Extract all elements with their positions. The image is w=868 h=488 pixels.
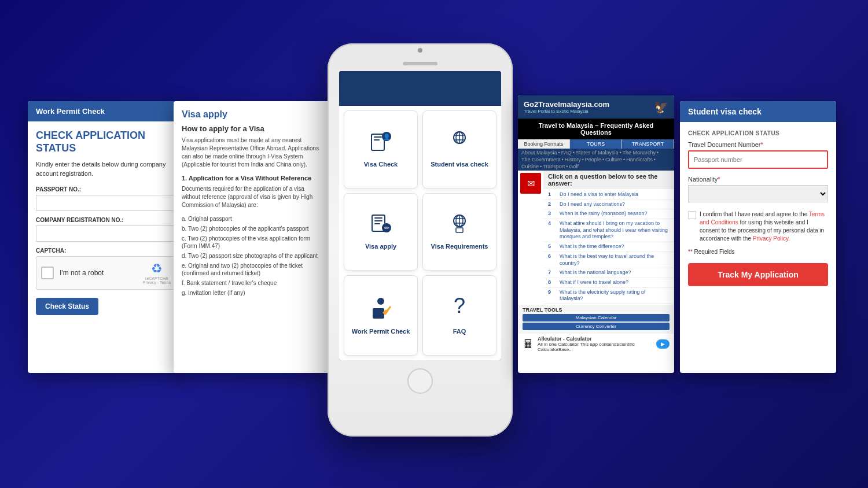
svg-rect-23 — [373, 308, 384, 319]
nav-faq[interactable]: FAQ — [561, 150, 572, 156]
nav-sep11: • — [566, 164, 568, 169]
doc-number-input[interactable] — [688, 150, 828, 169]
visa-apply-label: Visa apply — [365, 243, 396, 250]
nationality-label-text: Nationality — [688, 176, 718, 183]
work-permit-panel: Work Permit Check CHECK APPLICATION STAT… — [28, 101, 184, 373]
visa-apply-icon: ✏ — [369, 213, 392, 238]
nav-govt[interactable]: The Government — [521, 157, 561, 162]
nav-cuisine[interactable]: Cuisine — [521, 164, 539, 169]
passport-input[interactable] — [36, 195, 176, 211]
recaptcha-text: I'm not a robot — [60, 269, 143, 277]
phone-card-faq[interactable]: ? FAQ — [422, 275, 496, 356]
terms-checkbox[interactable] — [688, 211, 696, 219]
svg-rect-11 — [374, 217, 382, 219]
nav-states[interactable]: States of Malaysia — [576, 150, 619, 156]
track-application-button[interactable]: Track My Application — [688, 263, 828, 286]
nav-about[interactable]: About Malaysia — [521, 150, 557, 156]
nav-monarchy[interactable]: The Monarchy — [623, 150, 656, 156]
nav-sep3: • — [619, 150, 621, 156]
req-item-d: d. Two (2) passport size photographs of … — [182, 252, 322, 260]
company-label: COMPANY REGISTRATION NO.: — [36, 217, 176, 223]
nav-history[interactable]: History — [565, 157, 581, 162]
svg-rect-2 — [374, 139, 380, 141]
phone-card-student-visa[interactable]: Student visa check — [422, 110, 496, 188]
nav-sep6: • — [582, 157, 584, 162]
student-visa-panel: Student visa check CHECK APPLICATION STA… — [680, 101, 836, 373]
phone-card-work-permit[interactable]: Work Permit Check — [344, 275, 418, 356]
terms-text: I confirm that I have read and agree to … — [700, 210, 828, 243]
faq-item-5[interactable]: 5What is the time difference? — [543, 242, 674, 252]
nationality-select[interactable] — [688, 185, 828, 202]
required-note-text: * Required Fields — [690, 249, 735, 255]
visa-check-label: Visa Check — [364, 161, 398, 168]
work-permit-title: CHECK APPLICATION STATUS — [36, 130, 176, 154]
tool-currency[interactable]: Currency Converter — [523, 323, 670, 330]
phone-speaker — [403, 62, 437, 65]
check-status-button[interactable]: Check Status — [36, 298, 98, 315]
nav-sep2: • — [573, 150, 575, 156]
student-visa-header: Student visa check — [680, 101, 836, 122]
nav-people[interactable]: People — [585, 157, 601, 162]
faq-item-10[interactable]: 10What are the medical services availabl… — [543, 304, 674, 305]
privacy-link[interactable]: Privacy Policy. — [753, 235, 790, 242]
ad-subtext: All in one Calculator This app containsS… — [538, 342, 653, 352]
visa-apply-title: Visa apply — [182, 109, 227, 119]
faq-item-2[interactable]: 2Do I need any vaccinations? — [543, 200, 674, 210]
sv-section-title: CHECK APPLICATION STATUS — [688, 130, 828, 136]
nav-sep7: • — [602, 157, 604, 162]
student-visa-label: Student visa check — [431, 161, 488, 168]
go2malaysia-nav-bar: About Malaysia • FAQ • States of Malaysi… — [518, 149, 674, 171]
nav-golf[interactable]: Golf — [569, 164, 579, 169]
doc-number-label: Travel Document Number* — [688, 141, 828, 148]
req-item-e: e. Original and two (2) photocopies of t… — [182, 262, 322, 277]
calculator-icon: 🖩 — [523, 338, 534, 351]
recaptcha-brand: reCAPTCHA — [143, 276, 171, 280]
faq-item-6[interactable]: 6What is the best way to travel around t… — [543, 252, 674, 268]
faq-item-7[interactable]: 7What is the national language? — [543, 268, 674, 278]
go2malaysia-content: ✉ Click on a question below to see the a… — [518, 171, 674, 373]
work-permit-label: Work Permit Check — [352, 328, 410, 335]
recaptcha-checkbox[interactable] — [41, 267, 54, 279]
nav-transport2[interactable]: Transport — [543, 164, 565, 169]
requirements-list: a. Original passport b. Two (2) photocop… — [182, 215, 322, 297]
go2malaysia-bird-icon: 🦅 — [654, 100, 668, 114]
recaptcha-privacy: Privacy - Terms — [143, 280, 171, 284]
req-item-f: f. Bank statement / traveller's cheque — [182, 279, 322, 287]
phone-card-visa-req[interactable]: Visa Requirements — [422, 193, 496, 271]
go2malaysia-logo-sub: Travel Portal to Exotic Malaysia — [524, 109, 609, 114]
faq-item-4[interactable]: 4What attire should I bring on my vacati… — [543, 219, 674, 242]
tool-calendar[interactable]: Malaysian Calendar — [523, 314, 670, 321]
faq-item-8[interactable]: 8What if I were to travel alone? — [543, 278, 674, 288]
nav-transport[interactable]: TRANSPORT — [622, 139, 674, 149]
doc-number-label-text: Travel Document Number — [688, 141, 761, 148]
student-visa-icon — [448, 131, 471, 156]
faq-item-9[interactable]: 9What is the electricity supply rating o… — [543, 288, 674, 304]
nav-booking[interactable]: Booking Formats — [518, 139, 570, 149]
nav-tours[interactable]: TOURS — [570, 139, 622, 149]
student-visa-header-title: Student visa check — [688, 107, 762, 116]
faq-title: Click on a question below to see the ans… — [543, 171, 674, 189]
nav-sep5: • — [562, 157, 564, 162]
go2malaysia-nav: Booking Formats TOURS TRANSPORT — [518, 139, 674, 149]
work-permit-icon — [369, 295, 392, 323]
terms-checkbox-row: I confirm that I have read and agree to … — [688, 210, 828, 243]
email-icon[interactable]: ✉ — [520, 173, 541, 194]
recaptcha-box[interactable]: I'm not a robot ♻ reCAPTCHA Privacy - Te… — [36, 256, 176, 290]
captcha-label: CAPTCHA: — [36, 247, 176, 254]
ad-text: Allculator - Calculator All in one Calcu… — [538, 336, 653, 352]
ad-title: Allculator - Calculator — [538, 336, 653, 342]
go2malaysia-banner: Travel to Malaysia ~ Frequently Asked Qu… — [518, 119, 674, 139]
ad-play-button[interactable]: ▶ — [656, 339, 670, 349]
phone-card-visa-check[interactable]: 👤 Visa Check — [344, 110, 418, 188]
req-item-g: g. Invitation letter (if any) — [182, 289, 322, 297]
required-note: ** Required Fields — [688, 249, 828, 255]
nationality-label: Nationality* — [688, 176, 828, 183]
phone-home-button[interactable] — [407, 368, 433, 394]
phone-card-visa-apply[interactable]: ✏ Visa apply — [344, 193, 418, 271]
faq-item-1[interactable]: 1Do I need a visa to enter Malaysia — [543, 190, 674, 200]
nav-handicrafts[interactable]: Handicrafts — [626, 157, 653, 162]
nav-culture[interactable]: Culture — [605, 157, 622, 162]
nav-sep4: • — [657, 150, 659, 156]
faq-item-3[interactable]: 3When is the rainy (monsoon) season? — [543, 209, 674, 219]
company-input[interactable] — [36, 225, 176, 242]
